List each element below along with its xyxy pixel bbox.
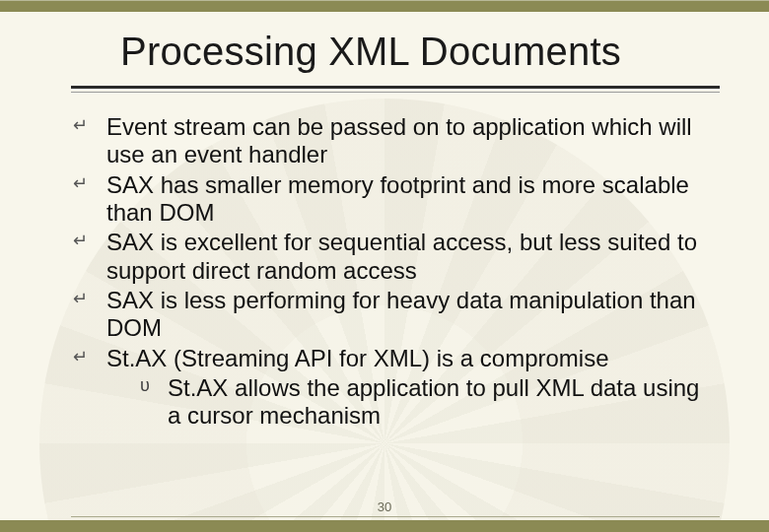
sub-bullet-text: St.AX allows the application to pull XML… bbox=[168, 374, 710, 431]
bullet-item: ↵ Event stream can be passed on to appli… bbox=[106, 113, 710, 169]
bullet-text: Event stream can be passed on to applica… bbox=[106, 113, 710, 169]
sub-marker-icon: υ bbox=[140, 374, 168, 396]
bottom-accent-bar bbox=[0, 520, 769, 532]
bullet-item: ↵ SAX has smaller memory footprint and i… bbox=[106, 171, 710, 228]
arrow-icon: ↵ bbox=[73, 287, 106, 309]
bullet-text: SAX is less performing for heavy data ma… bbox=[106, 287, 710, 343]
title-block: Processing XML Documents bbox=[71, 24, 720, 93]
page-number: 30 bbox=[378, 499, 391, 514]
arrow-icon: ↵ bbox=[73, 113, 106, 136]
arrow-icon: ↵ bbox=[73, 171, 106, 194]
bullet-text: SAX is excellent for sequential access, … bbox=[106, 229, 710, 285]
bullet-text: SAX has smaller memory footprint and is … bbox=[106, 171, 710, 228]
bullet-text: St.AX (Streaming API for XML) is a compr… bbox=[106, 345, 710, 372]
bullet-item: ↵ SAX is less performing for heavy data … bbox=[106, 287, 710, 343]
body-content: ↵ Event stream can be passed on to appli… bbox=[106, 113, 710, 430]
top-accent-bar bbox=[0, 0, 769, 12]
arrow-icon: ↵ bbox=[73, 345, 106, 367]
slide: Processing XML Documents ↵ Event stream … bbox=[0, 0, 769, 532]
sub-bullet-item: υ St.AX allows the application to pull X… bbox=[140, 374, 710, 431]
footer-line bbox=[71, 516, 720, 517]
bullet-item: ↵ St.AX (Streaming API for XML) is a com… bbox=[106, 345, 710, 372]
bullet-item: ↵ SAX is excellent for sequential access… bbox=[106, 229, 710, 285]
title-underline bbox=[71, 92, 720, 93]
arrow-icon: ↵ bbox=[73, 229, 106, 251]
slide-title: Processing XML Documents bbox=[71, 24, 720, 89]
